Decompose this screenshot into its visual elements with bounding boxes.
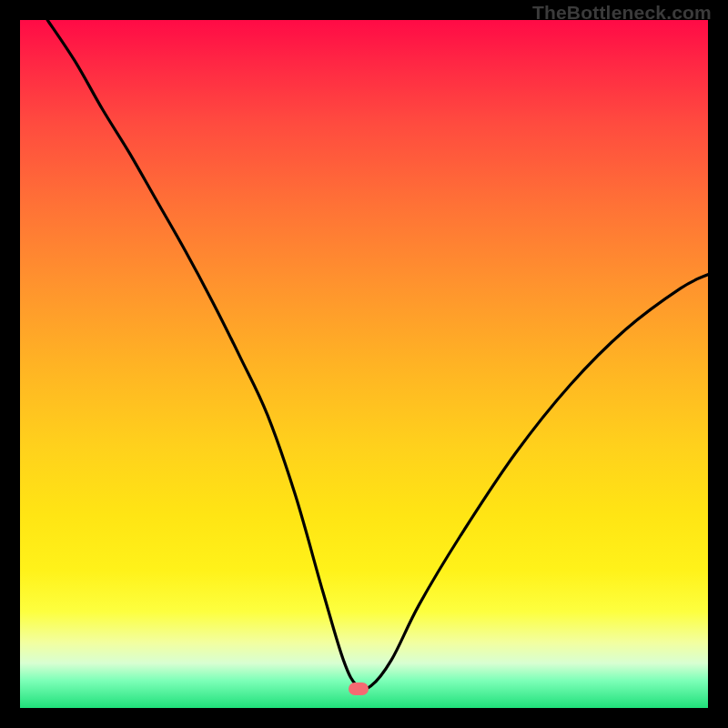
plot-area [20,20,708,708]
chart-frame: TheBottleneck.com [0,0,728,728]
optimal-point-marker [349,682,369,695]
bottleneck-curve [20,20,708,708]
watermark-text: TheBottleneck.com [532,2,712,24]
